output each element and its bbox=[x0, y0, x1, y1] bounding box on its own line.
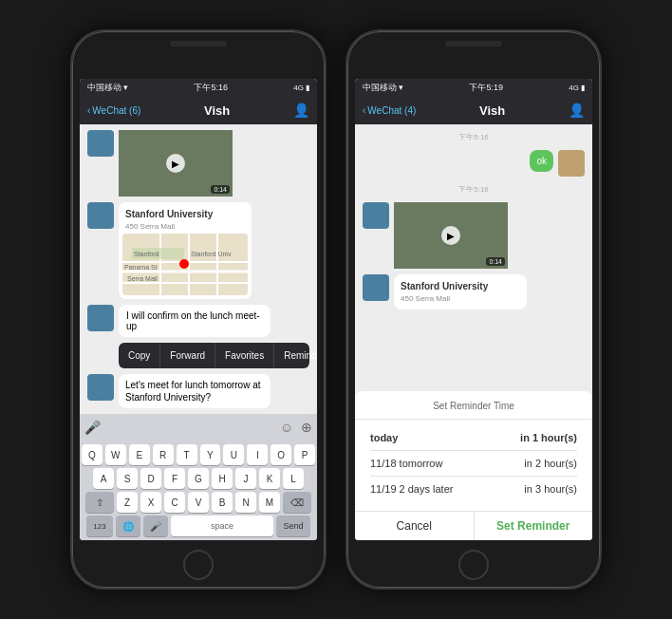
home-button-left[interactable] bbox=[183, 550, 214, 580]
svg-text:Panama St: Panama St bbox=[124, 264, 158, 271]
map-subtitle: 450 Serra Mall bbox=[122, 222, 248, 234]
chat-messages-left: ▶ 0:14 Stanford University 450 Serra Mal… bbox=[80, 124, 317, 414]
key-space[interactable]: space bbox=[171, 516, 273, 536]
confirm-bubble[interactable]: I will confirm on the lunch meet-up bbox=[119, 305, 271, 337]
key-u[interactable]: U bbox=[223, 444, 244, 465]
keyboard: Q W E R T Y U I O P A S D F G H bbox=[80, 441, 317, 540]
back-button-right[interactable]: ‹ WeChat (4) bbox=[363, 105, 416, 116]
lunch-bubble[interactable]: Let's meet for lunch tomorrow at Stanfor… bbox=[119, 374, 271, 408]
key-h[interactable]: H bbox=[212, 468, 233, 489]
key-row-2: A S D F G H J K L bbox=[82, 468, 315, 489]
emoji-icon[interactable]: ☺ bbox=[280, 420, 293, 435]
signal-label: 4G bbox=[293, 84, 304, 92]
play-button[interactable]: ▶ bbox=[166, 154, 185, 173]
carrier-label: 中国移动 bbox=[87, 82, 121, 94]
set-reminder-button[interactable]: Set Reminder bbox=[475, 512, 593, 540]
map-visual: Stanford Stanford Univ Panama St Serra M… bbox=[122, 234, 248, 295]
avatar-sender bbox=[87, 130, 114, 157]
svg-text:Stanford: Stanford bbox=[134, 251, 159, 257]
reminder-row-tomorrow[interactable]: 11/18 tomorrow in 2 hour(s) bbox=[370, 453, 577, 474]
wifi-icon-right: ▾ bbox=[399, 83, 403, 92]
key-o[interactable]: O bbox=[271, 444, 291, 465]
chat-area-right: 下午5:16 ok 下午5:16 ▶ bbox=[355, 124, 592, 540]
key-k[interactable]: K bbox=[259, 468, 280, 489]
avatar-sender-map-right bbox=[363, 274, 389, 301]
toolbar-right: ☺ ⊕ bbox=[280, 420, 312, 435]
profile-button-left[interactable]: 👤 bbox=[293, 103, 309, 118]
key-backspace[interactable]: ⌫ bbox=[283, 492, 311, 513]
play-button-right[interactable]: ▶ bbox=[441, 226, 460, 245]
key-b[interactable]: B bbox=[212, 492, 233, 513]
key-x[interactable]: X bbox=[140, 492, 161, 513]
signal-label-right: 4G bbox=[569, 84, 579, 92]
carrier-label-right: 中国移动 bbox=[363, 82, 397, 94]
profile-button-right[interactable]: 👤 bbox=[569, 103, 585, 118]
status-bar-right: 中国移动 ▾ 下午5:19 4G ▮ bbox=[355, 79, 592, 96]
back-label-right: WeChat (4) bbox=[367, 105, 416, 116]
avatar-sender-map bbox=[87, 202, 114, 229]
msg-row-lunch: Let's meet for lunch tomorrow at Stanfor… bbox=[87, 374, 309, 408]
phone-left: 中国移动 ▾ 下午5:16 4G ▮ ‹ WeChat (6) Vish 👤 bbox=[70, 29, 327, 590]
voice-toggle-icon[interactable]: 🎤 bbox=[84, 420, 101, 435]
context-reminder[interactable]: Reminder bbox=[274, 343, 317, 368]
confirm-text: I will confirm on the lunch meet-up bbox=[126, 310, 260, 331]
back-label: WeChat (6) bbox=[92, 105, 140, 116]
key-row-4: 123 🌐 🎤 space Send bbox=[82, 516, 315, 536]
reminder-row-2days[interactable]: 11/19 2 days later in 3 hour(s) bbox=[370, 478, 577, 499]
ok-text: ok bbox=[536, 156, 547, 166]
key-y[interactable]: Y bbox=[200, 444, 221, 465]
key-mic[interactable]: 🎤 bbox=[143, 516, 168, 536]
key-send[interactable]: Send bbox=[276, 516, 310, 536]
video-bubble-right[interactable]: ▶ 0:14 bbox=[394, 202, 508, 269]
key-l[interactable]: L bbox=[283, 468, 304, 489]
key-e[interactable]: E bbox=[129, 444, 150, 465]
key-z[interactable]: Z bbox=[117, 492, 138, 513]
key-t[interactable]: T bbox=[177, 444, 197, 465]
video-bubble[interactable]: ▶ 0:14 bbox=[119, 130, 233, 197]
back-button-left[interactable]: ‹ WeChat (6) bbox=[87, 105, 140, 116]
context-favorites[interactable]: Favorites bbox=[215, 343, 274, 368]
timestamp-label: 下午5:16 bbox=[363, 130, 585, 144]
reminder-today-label: today bbox=[370, 432, 398, 443]
reminder-divider-1 bbox=[370, 450, 577, 451]
status-right-left: 4G ▮ bbox=[293, 84, 309, 92]
map-bubble[interactable]: Stanford University 450 Serra Mall bbox=[119, 202, 252, 299]
msg-row-video: ▶ 0:14 bbox=[87, 130, 309, 197]
add-icon[interactable]: ⊕ bbox=[301, 420, 312, 435]
key-f[interactable]: F bbox=[164, 468, 185, 489]
timestamp-label-2: 下午5:16 bbox=[363, 182, 585, 197]
reminder-actions: Cancel Set Reminder bbox=[355, 511, 592, 540]
ok-bubble[interactable]: ok bbox=[530, 150, 553, 172]
key-w[interactable]: W bbox=[105, 444, 126, 465]
key-m[interactable]: M bbox=[259, 492, 280, 513]
key-j[interactable]: J bbox=[235, 468, 256, 489]
key-n[interactable]: N bbox=[235, 492, 256, 513]
key-globe[interactable]: 🌐 bbox=[116, 516, 140, 536]
key-s[interactable]: S bbox=[117, 468, 138, 489]
msg-row-map-right: Stanford University 450 Serra Mall bbox=[363, 274, 585, 310]
key-c[interactable]: C bbox=[164, 492, 185, 513]
key-q[interactable]: Q bbox=[82, 444, 103, 465]
key-g[interactable]: G bbox=[188, 468, 209, 489]
reminder-row-today[interactable]: today in 1 hour(s) bbox=[370, 427, 577, 448]
key-i[interactable]: I bbox=[247, 444, 268, 465]
msg-row-ok: ok bbox=[363, 150, 585, 177]
battery-icon-right: ▮ bbox=[581, 84, 585, 92]
key-r[interactable]: R bbox=[153, 444, 174, 465]
key-v[interactable]: V bbox=[188, 492, 209, 513]
context-copy[interactable]: Copy bbox=[119, 343, 160, 368]
map-bubble-right[interactable]: Stanford University 450 Serra Mall bbox=[394, 274, 527, 310]
key-numbers[interactable]: 123 bbox=[86, 516, 113, 536]
home-button-right[interactable] bbox=[458, 550, 489, 580]
chat-area-left: ▶ 0:14 Stanford University 450 Serra Mal… bbox=[80, 124, 317, 540]
avatar-sender-video-right bbox=[363, 202, 389, 229]
msg-row-confirm: I will confirm on the lunch meet-up bbox=[87, 305, 309, 337]
key-a[interactable]: A bbox=[93, 468, 114, 489]
cancel-button[interactable]: Cancel bbox=[355, 512, 475, 540]
key-shift[interactable]: ⇧ bbox=[85, 492, 114, 513]
reminder-3hr-label: in 3 hour(s) bbox=[524, 483, 577, 495]
key-p[interactable]: P bbox=[294, 444, 315, 465]
video-duration-right: 0:14 bbox=[486, 257, 505, 266]
context-forward[interactable]: Forward bbox=[160, 343, 215, 368]
key-d[interactable]: D bbox=[140, 468, 161, 489]
